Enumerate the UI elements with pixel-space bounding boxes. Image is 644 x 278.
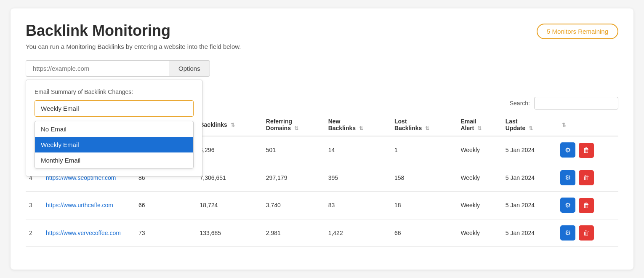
row-new-backlinks: 14 bbox=[325, 136, 391, 164]
row-url[interactable]: https://www.vervecoffee.com bbox=[43, 219, 135, 247]
settings-button[interactable]: ⚙ bbox=[560, 225, 575, 241]
page-title: Backlink Monitoring bbox=[26, 22, 170, 40]
row-domain-strength: 73 bbox=[135, 219, 196, 247]
col-backlinks[interactable]: Backlinks ⇅ bbox=[196, 114, 262, 136]
sort-new-backlinks-icon: ⇅ bbox=[359, 126, 363, 131]
delete-button[interactable]: 🗑 bbox=[579, 225, 594, 241]
option-monthly-email[interactable]: Monthly Email bbox=[35, 152, 193, 168]
table-row: 3https://www.urthcaffe.com6618,7243,7408… bbox=[26, 192, 618, 219]
row-number: 3 bbox=[26, 192, 43, 219]
row-actions: ⚙ 🗑 bbox=[557, 164, 618, 192]
row-new-backlinks: 395 bbox=[325, 164, 391, 192]
delete-button[interactable]: 🗑 bbox=[579, 170, 594, 185]
header-row: Backlink Monitoring 5 Monitors Remaining bbox=[26, 22, 618, 40]
sort-last-update-icon: ⇅ bbox=[529, 126, 533, 131]
settings-button[interactable]: ⚙ bbox=[560, 170, 575, 185]
row-referring-domains: 297,179 bbox=[263, 164, 325, 192]
options-tab[interactable]: Options bbox=[169, 60, 210, 77]
row-referring-domains: 501 bbox=[263, 136, 325, 164]
row-last-update: 5 Jan 2024 bbox=[502, 192, 557, 219]
table-row: 2https://www.vervecoffee.com73133,6852,9… bbox=[26, 219, 618, 247]
row-actions: ⚙ 🗑 bbox=[557, 219, 618, 247]
search-input[interactable] bbox=[534, 97, 618, 110]
row-backlinks: 18,724 bbox=[196, 192, 262, 219]
sort-email-alert-icon: ⇅ bbox=[477, 126, 482, 131]
col-last-update[interactable]: LastUpdate ⇅ bbox=[502, 114, 557, 136]
col-referring-domains[interactable]: ReferringDomains ⇅ bbox=[263, 114, 325, 136]
row-email-alert: Weekly bbox=[457, 164, 502, 192]
row-last-update: 5 Jan 2024 bbox=[502, 219, 557, 247]
row-new-backlinks: 83 bbox=[325, 192, 391, 219]
main-card: Backlink Monitoring 5 Monitors Remaining… bbox=[11, 8, 633, 270]
option-weekly-email[interactable]: Weekly Email bbox=[35, 137, 193, 152]
dropdown-options: No Email Weekly Email Monthly Email bbox=[35, 121, 194, 168]
sort-backlinks-icon: ⇅ bbox=[231, 122, 235, 128]
row-domain-strength: 66 bbox=[135, 192, 196, 219]
row-lost-backlinks: 1 bbox=[391, 136, 457, 164]
select-wrapper: Weekly Email bbox=[35, 100, 194, 117]
settings-button[interactable]: ⚙ bbox=[560, 142, 575, 158]
input-area: Options Email Summary of Backlink Change… bbox=[26, 60, 618, 77]
sort-actions-icon: ⇅ bbox=[562, 122, 566, 128]
row-new-backlinks: 1,422 bbox=[325, 219, 391, 247]
sort-referring-icon: ⇅ bbox=[294, 126, 298, 131]
row-email-alert: Weekly bbox=[457, 136, 502, 164]
col-new-backlinks[interactable]: NewBacklinks ⇅ bbox=[325, 114, 391, 136]
row-number: 2 bbox=[26, 219, 43, 247]
row-lost-backlinks: 18 bbox=[391, 192, 457, 219]
col-actions: ⇅ bbox=[557, 114, 618, 136]
row-backlinks: 133,685 bbox=[196, 219, 262, 247]
row-lost-backlinks: 158 bbox=[391, 164, 457, 192]
option-no-email[interactable]: No Email bbox=[35, 121, 193, 137]
row-email-alert: Weekly bbox=[457, 219, 502, 247]
row-email-alert: Weekly bbox=[457, 192, 502, 219]
row-referring-domains: 2,981 bbox=[263, 219, 325, 247]
col-email-alert[interactable]: EmailAlert ⇅ bbox=[457, 114, 502, 136]
input-row: Options bbox=[26, 60, 618, 77]
row-referring-domains: 3,740 bbox=[263, 192, 325, 219]
delete-button[interactable]: 🗑 bbox=[579, 143, 594, 158]
row-last-update: 5 Jan 2024 bbox=[502, 136, 557, 164]
search-label: Search: bbox=[510, 100, 530, 107]
row-lost-backlinks: 66 bbox=[391, 219, 457, 247]
email-select-display[interactable]: Weekly Email bbox=[35, 100, 194, 117]
row-backlinks: 3,296 bbox=[196, 136, 262, 164]
col-lost-backlinks[interactable]: LostBacklinks ⇅ bbox=[391, 114, 457, 136]
url-input[interactable] bbox=[26, 60, 169, 77]
row-last-update: 5 Jan 2024 bbox=[502, 164, 557, 192]
settings-button[interactable]: ⚙ bbox=[560, 198, 575, 213]
row-actions: ⚙ 🗑 bbox=[557, 136, 618, 164]
row-actions: ⚙ 🗑 bbox=[557, 192, 618, 219]
row-url[interactable]: https://www.urthcaffe.com bbox=[43, 192, 135, 219]
subtitle: You can run a Monitoring Backlinks by en… bbox=[26, 43, 618, 50]
row-backlinks: 7,306,651 bbox=[196, 164, 262, 192]
sort-lost-backlinks-icon: ⇅ bbox=[425, 126, 429, 131]
dropdown-panel: Email Summary of Backlink Changes: Weekl… bbox=[26, 80, 202, 176]
delete-button[interactable]: 🗑 bbox=[579, 198, 594, 213]
dropdown-label: Email Summary of Backlink Changes: bbox=[35, 88, 194, 95]
monitors-remaining-badge: 5 Monitors Remaining bbox=[537, 24, 618, 39]
